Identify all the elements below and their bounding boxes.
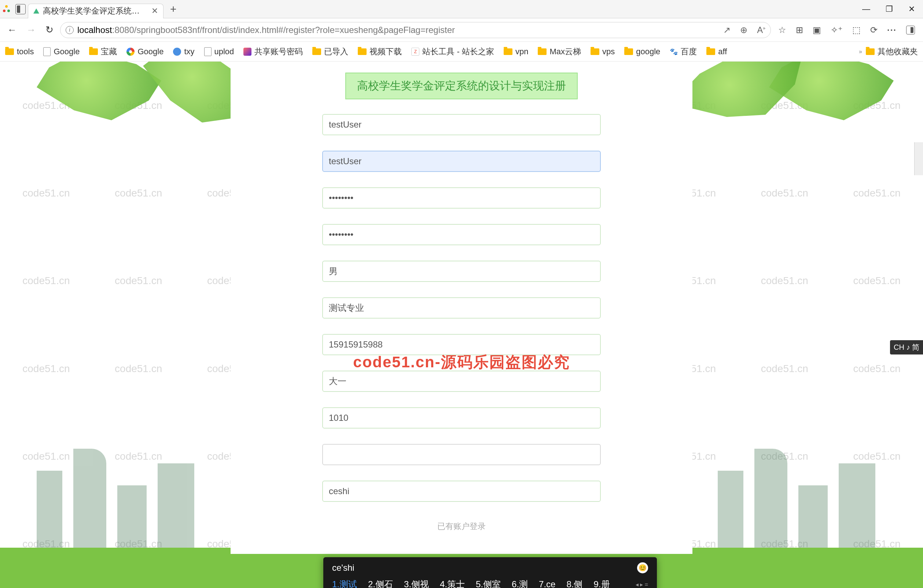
zoom-icon[interactable]: ⊕ bbox=[740, 25, 747, 35]
page-icon bbox=[43, 47, 51, 56]
bookmark-item[interactable]: Max云梯 bbox=[538, 46, 581, 57]
bookmark-item[interactable]: Google bbox=[43, 46, 80, 57]
tab-close-icon[interactable]: ✕ bbox=[151, 6, 158, 16]
window-close-button[interactable]: ✕ bbox=[908, 4, 915, 14]
panel-toggle-icon[interactable] bbox=[15, 4, 26, 14]
code-field[interactable] bbox=[322, 407, 601, 429]
blank-field[interactable] bbox=[322, 444, 601, 465]
page-icon bbox=[204, 47, 212, 56]
password-field[interactable] bbox=[322, 187, 601, 209]
bookmarks-bar: toolsGoogle宝藏Googletxyuplod共享账号密码已导入视频下载… bbox=[0, 42, 923, 62]
baidu-icon: 🐾 bbox=[670, 48, 678, 56]
bookmark-item[interactable]: vps bbox=[591, 46, 615, 57]
ime-emoji-icon[interactable]: 😊 bbox=[637, 562, 648, 573]
bookmark-item[interactable]: google bbox=[624, 46, 660, 57]
nav-refresh-button[interactable]: ↻ bbox=[43, 23, 56, 37]
address-bar: ← → ↻ i localhost:8080/springboot583nf/f… bbox=[0, 18, 923, 42]
ime-candidate[interactable]: 8.侧 bbox=[567, 578, 583, 588]
ime-candidate[interactable]: 1.测试 bbox=[332, 578, 357, 588]
ime-nav[interactable]: ◂ ▸ = bbox=[636, 581, 648, 588]
ime-popup[interactable]: ce'shi 😊 1.测试2.侧石3.侧视4.策士5.侧室6.测7.ce8.侧9… bbox=[323, 557, 657, 588]
bookmark-item[interactable]: tools bbox=[5, 46, 34, 57]
extensions-icon[interactable]: ⊞ bbox=[796, 25, 803, 35]
new-tab-button[interactable]: + bbox=[170, 3, 177, 15]
realname-field[interactable] bbox=[322, 151, 601, 172]
ime-candidate[interactable]: 2.侧石 bbox=[368, 578, 393, 588]
bookmarks-overflow-folder[interactable]: 其他收藏夹 bbox=[866, 46, 918, 57]
google-icon bbox=[126, 48, 135, 56]
folder-icon bbox=[5, 48, 14, 55]
bookmark-item[interactable]: 已导入 bbox=[312, 46, 348, 57]
txy-icon bbox=[173, 48, 181, 56]
sync-icon[interactable]: ⟳ bbox=[870, 25, 877, 35]
folder-icon bbox=[89, 48, 98, 55]
bookmark-label: google bbox=[636, 47, 660, 56]
bookmark-label: aff bbox=[718, 47, 727, 56]
folder-icon bbox=[538, 48, 547, 55]
reader-aa-icon[interactable]: A» bbox=[757, 25, 765, 35]
bookmark-item[interactable]: 宝藏 bbox=[89, 46, 117, 57]
phone-field[interactable] bbox=[322, 334, 601, 355]
folder-icon bbox=[591, 48, 599, 55]
bookmark-item[interactable]: 🐾百度 bbox=[670, 46, 697, 57]
major-field[interactable] bbox=[322, 297, 601, 319]
window-maximize-button[interactable]: ❐ bbox=[885, 4, 893, 14]
ime-input-text: ce'shi bbox=[332, 563, 355, 573]
tab-title: 高校学生奖学金评定系统的设计与 bbox=[43, 5, 146, 16]
bookmark-item[interactable]: uplod bbox=[204, 46, 234, 57]
confirm-password-field[interactable] bbox=[322, 224, 601, 245]
favorites-add-icon[interactable]: ✧⁺ bbox=[831, 25, 843, 35]
page-title: 高校学生奖学金评定系统的设计与实现注册 bbox=[345, 72, 578, 99]
site-info-icon[interactable]: i bbox=[66, 26, 74, 34]
browser-titlebar: 高校学生奖学金评定系统的设计与 ✕ + — ❐ ✕ bbox=[0, 0, 923, 18]
register-form-card: 高校学生奖学金评定系统的设计与实现注册 已有账户登录 bbox=[231, 62, 692, 554]
ime-candidate[interactable]: 6.测 bbox=[512, 578, 528, 588]
ime-candidate[interactable]: 9.册 bbox=[593, 578, 609, 588]
grade-select[interactable] bbox=[322, 371, 601, 392]
share-icon bbox=[243, 48, 251, 56]
bookmark-item[interactable]: aff bbox=[706, 46, 727, 57]
collections-icon[interactable]: ▣ bbox=[813, 25, 821, 35]
bookmark-label: vpn bbox=[516, 47, 528, 56]
sidebar-toggle-icon[interactable] bbox=[906, 26, 915, 34]
folder-icon bbox=[358, 48, 366, 55]
bookmark-item[interactable]: Z站长工具 - 站长之家 bbox=[411, 46, 494, 57]
bookmark-label: Google bbox=[54, 47, 80, 56]
nav-forward-button[interactable]: → bbox=[23, 23, 39, 37]
leaf-decoration bbox=[37, 62, 161, 120]
more-menu-button[interactable]: ··· bbox=[887, 25, 897, 35]
login-link[interactable]: 已有账户登录 bbox=[437, 521, 486, 532]
bookmark-item[interactable]: Google bbox=[126, 46, 164, 57]
extra-field[interactable] bbox=[322, 481, 601, 502]
bookmark-label: Max云梯 bbox=[550, 46, 581, 57]
open-arrow-icon[interactable]: ↗ bbox=[723, 25, 731, 35]
gender-select[interactable] bbox=[322, 261, 601, 282]
ime-candidate[interactable]: 4.策士 bbox=[440, 578, 465, 588]
active-tab[interactable]: 高校学生奖学金评定系统的设计与 ✕ bbox=[28, 4, 164, 18]
downloads-icon[interactable]: ⬚ bbox=[852, 25, 861, 35]
ime-candidate[interactable]: 3.侧视 bbox=[404, 578, 429, 588]
profile-indicator[interactable] bbox=[3, 4, 10, 15]
page-viewport: code51.cncode51.cncode51.cncode51.cncode… bbox=[0, 62, 923, 588]
url-input[interactable]: i localhost:8080/springboot583nf/front/d… bbox=[60, 22, 771, 38]
ime-language-badge[interactable]: CH ♪ 简 bbox=[890, 340, 923, 355]
bookmark-item[interactable]: txy bbox=[173, 46, 194, 57]
bookmark-label: txy bbox=[184, 47, 194, 56]
window-minimize-button[interactable]: — bbox=[862, 4, 870, 14]
bookmark-item[interactable]: 视频下载 bbox=[358, 46, 402, 57]
bookmark-label: 百度 bbox=[681, 46, 697, 57]
bookmark-label: tools bbox=[17, 47, 34, 56]
nav-back-button[interactable]: ← bbox=[4, 23, 20, 37]
ime-candidate[interactable]: 5.侧室 bbox=[476, 578, 501, 588]
scrollbar-thumb[interactable] bbox=[914, 142, 923, 175]
folder-icon bbox=[866, 48, 875, 55]
url-text: localhost:8080/springboot583nf/front/dis… bbox=[77, 25, 455, 35]
username-field[interactable] bbox=[322, 114, 601, 135]
ime-candidate[interactable]: 7.ce bbox=[539, 579, 555, 588]
bookmark-label: 已导入 bbox=[324, 46, 348, 57]
bookmark-label: Google bbox=[138, 47, 164, 56]
bookmark-item[interactable]: vpn bbox=[504, 46, 528, 57]
bookmark-item[interactable]: 共享账号密码 bbox=[243, 46, 303, 57]
bookmarks-chevron-icon[interactable]: » bbox=[859, 48, 862, 55]
favorite-star-icon[interactable]: ☆ bbox=[778, 25, 786, 35]
